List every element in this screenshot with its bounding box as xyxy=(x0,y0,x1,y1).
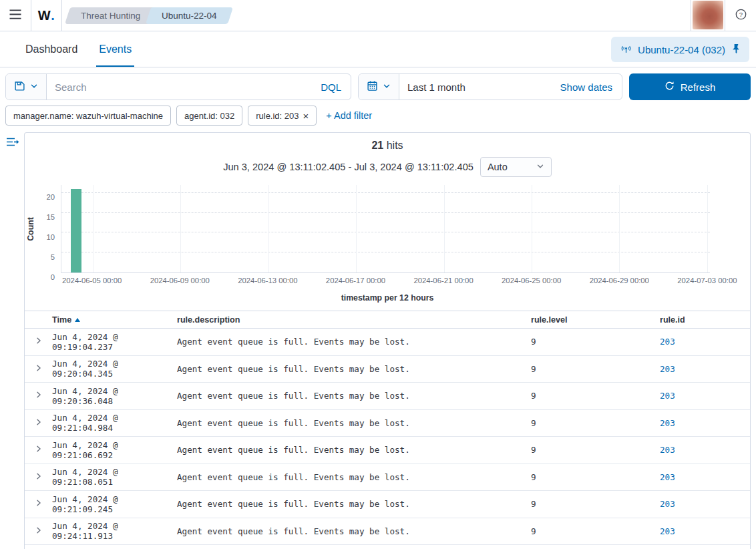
cell-rule-id-link[interactable]: 203 xyxy=(660,364,750,374)
chevron-right-icon xyxy=(35,526,43,536)
row-expand-button[interactable] xyxy=(25,418,52,428)
row-expand-button[interactable] xyxy=(25,364,52,374)
chevron-right-icon xyxy=(35,472,43,482)
refresh-button[interactable]: Refresh xyxy=(629,73,751,100)
tab-dashboard[interactable]: Dashboard xyxy=(15,31,88,67)
cell-rule-id-link[interactable]: 203 xyxy=(660,526,750,536)
cell-rule-id-link[interactable]: 203 xyxy=(660,472,750,482)
column-label: rule.id xyxy=(660,315,685,325)
date-quick-select-button[interactable] xyxy=(359,74,399,100)
y-gridline xyxy=(61,252,710,252)
add-filter-button[interactable]: + Add filter xyxy=(322,110,376,121)
table-row: Jun 4, 2024 @ 09:20:36.048Agent event qu… xyxy=(25,383,750,410)
row-expand-button[interactable] xyxy=(25,526,52,536)
cell-rule-id-link[interactable]: 203 xyxy=(660,499,750,509)
table-body: Jun 4, 2024 @ 09:19:04.237Agent event qu… xyxy=(25,329,750,545)
column-header-time[interactable]: Time xyxy=(52,315,177,325)
help-icon: ? xyxy=(735,9,747,22)
row-expand-button[interactable] xyxy=(25,337,52,347)
show-dates-button[interactable]: Show dates xyxy=(551,81,622,93)
row-expand-button[interactable] xyxy=(25,472,52,482)
cell-time: Jun 4, 2024 @ 09:21:08.051 xyxy=(52,467,177,487)
refresh-icon xyxy=(665,81,675,93)
y-tick-label: 10 xyxy=(46,233,55,241)
cell-rule-description: Agent event queue is full. Events may be… xyxy=(177,526,531,536)
query-bar: DQL Last 1 month Show dates Refresh xyxy=(0,67,756,104)
x-gridline xyxy=(180,185,181,272)
calendar-icon xyxy=(367,80,378,94)
cell-time: Jun 4, 2024 @ 09:20:36.048 xyxy=(52,386,177,406)
chevron-down-icon xyxy=(30,82,38,92)
filter-pill[interactable]: manager.name: wazuh-virtual-machine xyxy=(5,106,171,126)
filter-pill[interactable]: agent.id: 032 xyxy=(176,106,242,126)
cell-time: Jun 4, 2024 @ 09:21:09.245 xyxy=(52,494,177,514)
hits-count: 21 xyxy=(371,140,383,151)
filter-pill-label: rule.id: 203 xyxy=(256,111,299,121)
cell-rule-id-link[interactable]: 203 xyxy=(660,337,750,347)
histogram-bar[interactable] xyxy=(71,189,81,272)
table-row: Jun 4, 2024 @ 09:20:04.345Agent event qu… xyxy=(25,356,750,383)
column-header-rule-level[interactable]: rule.level xyxy=(531,315,660,325)
search-input[interactable] xyxy=(47,81,311,93)
filter-pill[interactable]: rule.id: 203× xyxy=(248,106,317,126)
y-axis-title: Count xyxy=(26,217,35,241)
interval-select[interactable]: Auto xyxy=(480,157,552,177)
y-tick-label: 15 xyxy=(46,213,55,221)
cell-rule-description: Agent event queue is full. Events may be… xyxy=(177,418,531,428)
table-row: Jun 4, 2024 @ 09:19:04.237Agent event qu… xyxy=(25,329,750,356)
x-tick-label: 2024-06-05 00:00 xyxy=(62,277,122,285)
logo-dot: . xyxy=(51,8,55,23)
save-icon xyxy=(14,80,25,94)
chevron-right-icon xyxy=(35,418,43,428)
row-expand-button[interactable] xyxy=(25,445,52,455)
filter-remove-icon[interactable]: × xyxy=(303,111,309,121)
chevron-right-icon xyxy=(35,337,43,347)
table-row: Jun 4, 2024 @ 09:21:09.245Agent event qu… xyxy=(25,491,750,518)
agent-selector-badge[interactable]: Ubuntu-22-04 (032) xyxy=(611,37,749,62)
top-bar: W. Threat HuntingUbuntu-22-04 ? xyxy=(0,0,756,31)
cell-time: Jun 4, 2024 @ 09:21:06.692 xyxy=(52,440,177,460)
chevron-down-icon xyxy=(536,162,544,172)
row-expand-button[interactable] xyxy=(25,499,52,509)
breadcrumb[interactable]: Threat Hunting xyxy=(65,7,156,24)
row-expand-button[interactable] xyxy=(25,391,52,401)
plot-area xyxy=(61,185,710,273)
x-tick-label: 2024-06-29 00:00 xyxy=(590,277,649,285)
cell-rule-level: 9 xyxy=(531,472,660,482)
x-gridline xyxy=(93,185,93,272)
date-range-value[interactable]: Last 1 month xyxy=(399,81,551,93)
cell-time: Jun 4, 2024 @ 09:20:04.345 xyxy=(52,359,177,379)
hits-label: hits xyxy=(387,140,403,151)
breadcrumb[interactable]: Ubuntu-22-04 xyxy=(146,7,233,24)
cell-rule-level: 9 xyxy=(531,337,660,347)
breadcrumb-label: Ubuntu-22-04 xyxy=(162,11,217,21)
cell-rule-id-link[interactable]: 203 xyxy=(660,391,750,401)
query-language-button[interactable]: DQL xyxy=(311,81,351,93)
y-tick-label: 5 xyxy=(51,253,55,261)
saved-queries-button[interactable] xyxy=(6,74,47,100)
column-header-rule-description[interactable]: rule.description xyxy=(177,315,531,325)
breadcrumbs: Threat HuntingUbuntu-22-04 xyxy=(73,7,230,24)
hamburger-menu-button[interactable] xyxy=(0,0,31,31)
x-axis-title: timestamp per 12 hours xyxy=(25,293,750,303)
x-tick-label: 2024-06-09 00:00 xyxy=(150,277,210,285)
cell-time: Jun 4, 2024 @ 09:21:04.984 xyxy=(52,413,177,433)
wazuh-logo[interactable]: W. xyxy=(31,0,61,31)
pin-icon[interactable] xyxy=(731,43,740,56)
avatar[interactable] xyxy=(693,1,723,29)
x-gridline xyxy=(707,185,708,272)
tab-events[interactable]: Events xyxy=(88,31,142,67)
cell-rule-id-link[interactable]: 203 xyxy=(660,445,750,455)
help-button[interactable]: ? xyxy=(725,0,756,31)
x-gridline xyxy=(444,185,445,272)
cell-rule-id-link[interactable]: 203 xyxy=(660,418,750,428)
cell-rule-description: Agent event queue is full. Events may be… xyxy=(177,364,531,374)
column-header-rule-id[interactable]: rule.id xyxy=(660,315,750,325)
date-picker-control: Last 1 month Show dates xyxy=(358,73,622,100)
app-root: W. Threat HuntingUbuntu-22-04 ? Dashboar… xyxy=(0,0,756,549)
tabs: DashboardEvents xyxy=(15,31,142,67)
x-gridline xyxy=(619,185,620,272)
reporting-sidebar-toggle-button[interactable] xyxy=(4,135,21,151)
logo-text: W xyxy=(38,8,51,23)
x-tick-label: 2024-06-17 00:00 xyxy=(326,277,385,285)
